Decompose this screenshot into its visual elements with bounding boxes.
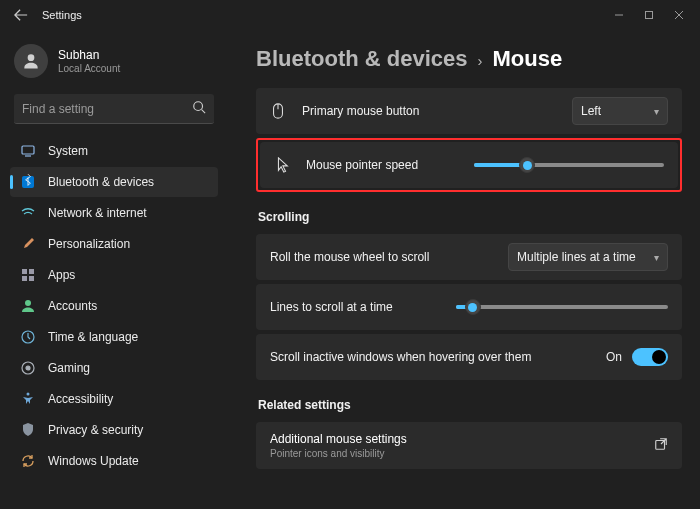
avatar xyxy=(14,44,48,78)
window-title: Settings xyxy=(42,9,82,21)
setting-label: Scroll inactive windows when hovering ov… xyxy=(270,350,606,364)
svg-rect-5 xyxy=(22,146,34,154)
sidebar-item-label: Personalization xyxy=(48,237,130,251)
slider-thumb[interactable] xyxy=(519,157,535,173)
setting-lines-scroll: Lines to scroll at a time xyxy=(256,284,682,330)
sidebar-item-label: Time & language xyxy=(48,330,138,344)
svg-rect-1 xyxy=(646,12,653,19)
svg-point-3 xyxy=(194,102,203,111)
bluetooth-icon xyxy=(20,174,36,190)
breadcrumb-parent[interactable]: Bluetooth & devices xyxy=(256,46,467,72)
maximize-button[interactable] xyxy=(634,4,664,26)
sidebar: Subhan Local Account System Bluetooth & … xyxy=(0,30,228,509)
sidebar-item-accounts[interactable]: Accounts xyxy=(10,291,218,321)
link-title: Additional mouse settings xyxy=(270,432,407,446)
globe-clock-icon xyxy=(20,329,36,345)
sidebar-item-time[interactable]: Time & language xyxy=(10,322,218,352)
chevron-down-icon: ▾ xyxy=(654,106,659,117)
update-icon xyxy=(20,453,36,469)
highlight-box: Mouse pointer speed xyxy=(256,138,682,192)
cursor-icon xyxy=(274,157,290,173)
sidebar-item-label: Bluetooth & devices xyxy=(48,175,154,189)
link-subtitle: Pointer icons and visibility xyxy=(270,448,407,459)
svg-rect-11 xyxy=(29,276,34,281)
pointer-speed-slider[interactable] xyxy=(474,163,664,167)
setting-label: Roll the mouse wheel to scroll xyxy=(270,250,508,264)
profile-block[interactable]: Subhan Local Account xyxy=(10,38,218,88)
sidebar-item-update[interactable]: Windows Update xyxy=(10,446,218,476)
sidebar-item-privacy[interactable]: Privacy & security xyxy=(10,415,218,445)
section-header-related: Related settings xyxy=(258,398,682,412)
additional-mouse-settings-link[interactable]: Additional mouse settings Pointer icons … xyxy=(256,422,682,469)
svg-rect-10 xyxy=(22,276,27,281)
setting-label: Lines to scroll at a time xyxy=(270,300,456,314)
profile-name: Subhan xyxy=(58,48,120,62)
primary-button-dropdown[interactable]: Left ▾ xyxy=(572,97,668,125)
chevron-down-icon: ▾ xyxy=(654,252,659,263)
svg-point-2 xyxy=(28,54,35,61)
setting-label: Mouse pointer speed xyxy=(306,158,474,172)
scroll-inactive-toggle[interactable] xyxy=(632,348,668,366)
search-box[interactable] xyxy=(14,94,214,124)
svg-line-4 xyxy=(202,110,206,114)
close-button[interactable] xyxy=(664,4,694,26)
sidebar-item-label: Accounts xyxy=(48,299,97,313)
section-header-scrolling: Scrolling xyxy=(258,210,682,224)
sidebar-item-bluetooth[interactable]: Bluetooth & devices xyxy=(10,167,218,197)
system-icon xyxy=(20,143,36,159)
svg-point-16 xyxy=(27,393,30,396)
lines-scroll-slider[interactable] xyxy=(456,305,668,309)
search-icon xyxy=(192,100,206,117)
svg-point-15 xyxy=(26,366,30,370)
gaming-icon xyxy=(20,360,36,376)
sidebar-item-accessibility[interactable]: Accessibility xyxy=(10,384,218,414)
open-external-icon xyxy=(654,437,668,454)
slider-thumb[interactable] xyxy=(465,299,481,315)
brush-icon xyxy=(20,236,36,252)
dropdown-value: Left xyxy=(581,104,601,118)
mouse-icon xyxy=(270,103,286,119)
sidebar-item-label: Network & internet xyxy=(48,206,147,220)
shield-icon xyxy=(20,422,36,438)
minimize-button[interactable] xyxy=(604,4,634,26)
sidebar-item-system[interactable]: System xyxy=(10,136,218,166)
sidebar-item-gaming[interactable]: Gaming xyxy=(10,353,218,383)
svg-point-12 xyxy=(25,300,31,306)
search-input[interactable] xyxy=(22,102,192,116)
sidebar-item-label: Windows Update xyxy=(48,454,139,468)
sidebar-item-personalization[interactable]: Personalization xyxy=(10,229,218,259)
setting-scroll-inactive: Scroll inactive windows when hovering ov… xyxy=(256,334,682,380)
svg-rect-9 xyxy=(29,269,34,274)
back-button[interactable] xyxy=(10,4,32,26)
scroll-mode-dropdown[interactable]: Multiple lines at a time ▾ xyxy=(508,243,668,271)
dropdown-value: Multiple lines at a time xyxy=(517,250,636,264)
setting-primary-mouse-button: Primary mouse button Left ▾ xyxy=(256,88,682,134)
breadcrumb: Bluetooth & devices › Mouse xyxy=(256,46,682,72)
setting-pointer-speed: Mouse pointer speed xyxy=(260,142,678,188)
sidebar-item-label: Privacy & security xyxy=(48,423,143,437)
accessibility-icon xyxy=(20,391,36,407)
breadcrumb-current: Mouse xyxy=(492,46,562,72)
chevron-right-icon: › xyxy=(477,52,482,69)
sidebar-item-label: Accessibility xyxy=(48,392,113,406)
wifi-icon xyxy=(20,205,36,221)
sidebar-item-apps[interactable]: Apps xyxy=(10,260,218,290)
sidebar-item-label: Apps xyxy=(48,268,75,282)
sidebar-item-label: Gaming xyxy=(48,361,90,375)
person-icon xyxy=(20,298,36,314)
apps-icon xyxy=(20,267,36,283)
profile-account-type: Local Account xyxy=(58,63,120,74)
sidebar-item-network[interactable]: Network & internet xyxy=(10,198,218,228)
titlebar: Settings xyxy=(0,0,700,30)
toggle-state-label: On xyxy=(606,350,622,364)
nav-list: System Bluetooth & devices Network & int… xyxy=(10,136,218,476)
setting-scroll-mode: Roll the mouse wheel to scroll Multiple … xyxy=(256,234,682,280)
setting-label: Primary mouse button xyxy=(302,104,572,118)
svg-rect-8 xyxy=(22,269,27,274)
sidebar-item-label: System xyxy=(48,144,88,158)
main-panel: Bluetooth & devices › Mouse Primary mous… xyxy=(228,30,700,509)
